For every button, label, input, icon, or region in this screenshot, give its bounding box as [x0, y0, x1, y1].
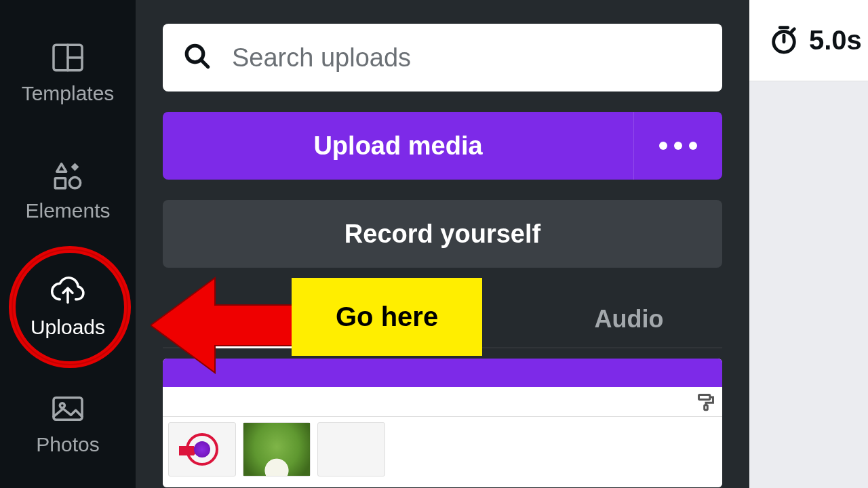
svg-line-15: [792, 28, 795, 31]
media-tabs: Images Video Audio: [163, 295, 722, 348]
tab-audio[interactable]: Audio: [536, 295, 722, 347]
search-input[interactable]: [232, 43, 702, 73]
timer-icon: [768, 24, 800, 58]
sidebar: Templates Elements: [0, 0, 136, 488]
svg-rect-11: [705, 405, 708, 409]
photos-icon: [49, 390, 87, 428]
uploads-panel: Upload media Record yourself Images Vide…: [136, 0, 749, 488]
sidebar-item-templates[interactable]: Templates: [14, 20, 122, 124]
svg-rect-3: [55, 178, 65, 188]
uploads-icon: [49, 272, 87, 310]
canvas-area: 5.0s: [749, 0, 868, 488]
svg-line-9: [201, 60, 208, 67]
arrow-icon: [179, 446, 198, 455]
sidebar-item-uploads[interactable]: Uploads: [14, 254, 122, 358]
tab-video[interactable]: Video: [349, 295, 536, 347]
sidebar-item-elements[interactable]: Elements: [14, 138, 122, 241]
svg-point-7: [60, 403, 64, 408]
tab-images[interactable]: Images: [163, 295, 349, 347]
templates-icon: [49, 39, 87, 77]
upload-thumbnails: [163, 359, 722, 487]
sidebar-item-photos[interactable]: Photos: [14, 371, 122, 475]
record-yourself-button[interactable]: Record yourself: [163, 200, 722, 268]
timer-control[interactable]: 5.0s: [768, 24, 862, 58]
paint-roller-icon: [696, 392, 715, 411]
svg-rect-10: [699, 394, 710, 399]
sidebar-item-label: Photos: [36, 433, 99, 456]
search-bar[interactable]: [163, 24, 722, 92]
more-icon: [659, 142, 667, 150]
svg-rect-6: [54, 397, 82, 420]
canvas-toolbar: 5.0s: [749, 0, 868, 81]
search-icon: [183, 42, 212, 73]
timer-value: 5.0s: [809, 25, 862, 56]
upload-thumb[interactable]: [163, 359, 722, 487]
lettuce-image: [243, 423, 310, 476]
svg-point-4: [69, 177, 80, 188]
sidebar-item-label: Elements: [25, 199, 110, 222]
upload-more-button[interactable]: [634, 112, 722, 180]
upload-media-button[interactable]: Upload media: [163, 112, 634, 180]
elements-icon: [49, 156, 87, 194]
sidebar-item-label: Templates: [22, 82, 115, 105]
sidebar-item-label: Uploads: [31, 316, 105, 339]
